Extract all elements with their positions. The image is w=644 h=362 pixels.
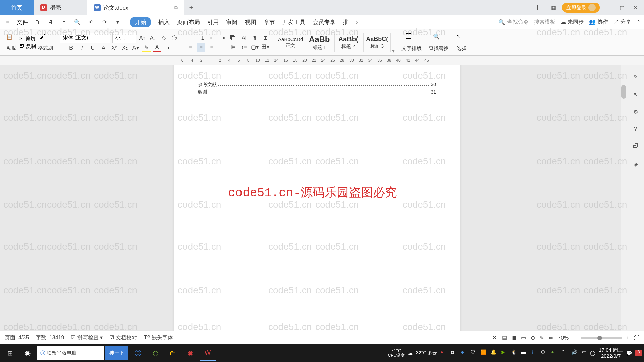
align-justify-icon[interactable]: ≣ (218, 43, 227, 52)
style-heading2[interactable]: AaBb( 标题 2 (334, 33, 362, 52)
taskbar-search-button[interactable]: 搜一下 (105, 346, 128, 360)
fit-width-icon[interactable]: ⇔ (549, 335, 553, 341)
tab-popout-icon[interactable]: ⧉ (174, 5, 178, 11)
close-button[interactable]: ✕ (631, 3, 640, 12)
tab-document[interactable]: 论文.docx ⧉ (87, 0, 184, 15)
line-spacing-icon[interactable]: ↕≡ (239, 43, 248, 52)
task-view-icon[interactable]: ◉ (19, 345, 36, 361)
borders-icon[interactable]: 田▾ (261, 43, 270, 52)
document-page[interactable]: 参考文献 30 致谢 31 (174, 65, 460, 344)
menu-collapse-icon[interactable]: ⌃ (636, 19, 641, 25)
tray-nvidia-icon[interactable]: ◉ (501, 349, 508, 357)
template-search[interactable]: 搜索模板 (534, 19, 555, 26)
layout-icon[interactable]: ⿸ (535, 3, 545, 12)
tb-explorer-icon[interactable]: 🗀 (165, 345, 181, 361)
tabsym-icon[interactable]: ⊞ (261, 34, 270, 42)
status-proofread[interactable]: ☑ 文档校对 (109, 334, 137, 341)
weather-icon[interactable]: ☁ (408, 350, 413, 356)
tab-add-button[interactable]: + (184, 3, 198, 12)
tray-icon-2[interactable]: ▦ (450, 349, 458, 357)
sync-status[interactable]: ☁ 未同步 (561, 19, 584, 26)
subscript-icon[interactable]: X₂ (120, 44, 129, 52)
paste-icon[interactable]: 📋 (6, 34, 17, 45)
font-color-icon[interactable]: A (153, 44, 161, 52)
file-menu[interactable]: 文件 (17, 18, 28, 26)
highlight-icon[interactable]: ✎ (142, 44, 151, 52)
format-painter-icon[interactable]: 🖌 (40, 34, 51, 45)
copy-button[interactable]: 🗐 复制 (19, 43, 36, 50)
qat-redo-icon[interactable]: ↷ (100, 18, 109, 27)
document-canvas[interactable]: 参考文献 30 致谢 31 (0, 65, 627, 344)
tb-ie-icon[interactable]: ⓔ (130, 345, 146, 361)
bullets-icon[interactable]: ≡· (186, 34, 195, 42)
sort-icon[interactable]: Al (239, 34, 248, 42)
underline-icon[interactable]: U (88, 44, 97, 52)
menu-tab-review[interactable]: 审阅 (226, 18, 237, 26)
view-outline-icon[interactable]: ≣ (512, 335, 516, 341)
tb-app1-icon[interactable]: ◉ (182, 345, 198, 361)
qat-doc-icon[interactable]: 🗋 (33, 18, 42, 27)
status-spellcheck[interactable]: ☑ 拼写检查 ▾ (71, 334, 103, 341)
tray-icon-3[interactable]: ◆ (461, 349, 468, 357)
grow-font-icon[interactable]: A↑ (138, 34, 147, 42)
menu-tab-insert[interactable]: 插入 (158, 18, 170, 26)
taskbar-clock[interactable]: 17:04 周三 2022/9/7 (599, 347, 623, 359)
tray-usb-icon[interactable]: ⬡ (541, 349, 548, 357)
superscript-icon[interactable]: X² (110, 44, 118, 52)
align-center-icon[interactable]: ≡ (197, 43, 205, 52)
status-words[interactable]: 字数: 13419 (36, 334, 64, 341)
tray-bluetooth-icon[interactable]: ᛒ (531, 349, 538, 357)
zoom-slider[interactable] (581, 337, 622, 339)
style-heading1[interactable]: AaBb 标题 1 (306, 33, 333, 52)
maximize-button[interactable]: ▢ (617, 3, 627, 12)
cut-button[interactable]: ✂ 剪切 (19, 36, 36, 42)
shrink-font-icon[interactable]: A↓ (149, 34, 157, 42)
menu-tab-start[interactable]: 开始 (130, 17, 151, 27)
scrollbar-thumb[interactable] (621, 85, 626, 99)
tray-notif-icon[interactable]: 🔔 (491, 349, 498, 357)
lightbulb-icon[interactable]: ◈ (631, 159, 641, 169)
asian-layout-icon[interactable]: ⿻ (229, 34, 237, 42)
pointer-tool-icon[interactable]: ↖ (631, 89, 641, 99)
phonetic-icon[interactable]: ㊥ (170, 34, 179, 42)
align-left-icon[interactable]: ≡ (186, 43, 195, 52)
menu-tab-more[interactable]: 推 (343, 18, 348, 26)
italic-icon[interactable]: I (77, 44, 86, 52)
zoom-value[interactable]: 70% (558, 335, 569, 341)
menu-tab-view[interactable]: 视图 (245, 18, 256, 26)
align-right-icon[interactable]: ≡ (207, 43, 216, 52)
indent-decrease-icon[interactable]: ⇤ (207, 34, 216, 42)
menu-tab-chapter[interactable]: 章节 (264, 18, 275, 26)
vertical-scrollbar[interactable] (621, 65, 627, 344)
numbering-icon[interactable]: ≡1 (197, 34, 205, 42)
qat-print-icon[interactable]: 🖶 (60, 18, 68, 27)
help-icon[interactable]: ? (631, 124, 641, 134)
collab-button[interactable]: 👥 协作 (589, 19, 608, 26)
status-missing-font[interactable]: T? 缺失字体 (144, 334, 173, 341)
share-button[interactable]: ↗ 分享 (613, 19, 631, 26)
qat-preview-icon[interactable]: 🔍 (73, 18, 82, 27)
tray-shield-icon[interactable]: 🛡 (471, 349, 478, 357)
tray-chevron-icon[interactable]: ⌃ (561, 349, 569, 357)
status-page[interactable]: 页面: 4/35 (5, 334, 29, 341)
view-web-icon[interactable]: ⊕ (531, 335, 535, 341)
font-size-combo[interactable]: 小二 (112, 33, 136, 43)
command-search[interactable]: 🔍 查找命令 (498, 19, 529, 26)
char-border-icon[interactable]: 🄰 (163, 44, 172, 52)
menu-tab-ref[interactable]: 引用 (207, 18, 219, 26)
zoom-out-button[interactable]: − (573, 335, 576, 341)
showmarks-icon[interactable]: ¶ (250, 34, 259, 42)
tray-badge-icon[interactable]: 8 (635, 350, 642, 356)
bold-icon[interactable]: B (67, 44, 75, 52)
ime-indicator[interactable]: 中 (582, 350, 587, 356)
style-heading3[interactable]: AaBbC( 标题 3 (363, 33, 391, 52)
view-eye-icon[interactable]: 👁 (492, 335, 497, 341)
tab-doke[interactable]: 稻壳 (34, 0, 87, 15)
menu-tab-layout[interactable]: 页面布局 (177, 18, 200, 26)
strikethrough-icon[interactable]: A̶ (99, 44, 108, 52)
taskbar-search[interactable]: ⓔ 联想平板电脑 (37, 346, 104, 360)
align-distribute-icon[interactable]: ⊫ (229, 43, 237, 52)
tb-wps-icon[interactable]: W (200, 345, 216, 361)
tray-icon-12[interactable]: ● (551, 349, 558, 357)
menu-overflow-icon[interactable]: › (356, 19, 358, 26)
